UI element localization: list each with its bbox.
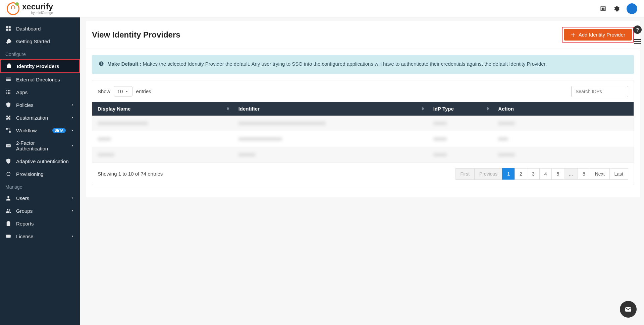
chevron-right-icon <box>70 103 74 107</box>
svg-rect-28 <box>6 236 11 237</box>
sidebar-item-reports[interactable]: Reports <box>0 217 80 230</box>
sidebar-item-external-directories[interactable]: External Directories <box>0 73 80 86</box>
page-last[interactable]: Last <box>609 168 628 180</box>
svg-rect-25 <box>7 221 10 226</box>
shield-icon <box>5 102 11 108</box>
docs-icon[interactable] <box>600 5 606 12</box>
sidebar-item-2fa[interactable]: 123 2-Factor Authentication <box>0 137 80 155</box>
sidebar-item-provisioning[interactable]: Provisioning <box>0 168 80 180</box>
logo-icon <box>7 2 19 15</box>
sidebar-item-label: Provisioning <box>16 171 74 177</box>
hamburger-icon <box>634 39 641 44</box>
sidebar-item-users[interactable]: Users <box>0 192 80 204</box>
svg-rect-7 <box>6 79 11 80</box>
page-first[interactable]: First <box>455 168 475 180</box>
sidebar-item-label: Apps <box>16 89 74 95</box>
add-button-label: Add Identity Provider <box>579 32 625 38</box>
page-5[interactable]: 5 <box>551 168 564 180</box>
sidebar-item-identity-providers[interactable]: Identity Providers <box>0 59 80 73</box>
id-badge-icon <box>6 63 12 69</box>
svg-text:i: i <box>101 62 102 65</box>
pagination: First Previous 1 2 3 4 5 ... 8 Next Last <box>456 168 628 180</box>
chevron-right-icon <box>70 144 74 148</box>
sidebar-item-customization[interactable]: Customization <box>0 111 80 124</box>
svg-point-11 <box>9 90 10 91</box>
add-button-highlight: Add Identity Provider <box>562 27 634 43</box>
chat-button[interactable] <box>620 301 637 318</box>
entries-control: Show 10 entries <box>98 86 151 96</box>
sidebar-item-adaptive-auth[interactable]: Adaptive Authentication <box>0 155 80 168</box>
side-menu-toggle[interactable] <box>634 39 641 46</box>
puzzle-icon <box>5 115 11 121</box>
svg-text:123: 123 <box>7 145 10 147</box>
sidebar-item-workflow[interactable]: Workflow BETA <box>0 124 80 137</box>
sidebar-item-label: Getting Started <box>16 39 74 44</box>
page-1[interactable]: 1 <box>502 168 515 180</box>
user-icon <box>5 195 11 201</box>
col-display-name[interactable]: Display Name▲▼ <box>92 102 233 116</box>
sidebar-item-label: Dashboard <box>16 26 74 31</box>
brand-logo[interactable]: xecurify by miniOrange <box>7 2 53 15</box>
svg-rect-2 <box>6 29 8 31</box>
svg-point-24 <box>9 209 10 211</box>
beta-badge: BETA <box>52 128 66 133</box>
svg-point-14 <box>9 92 10 93</box>
sidebar-item-policies[interactable]: Policies <box>0 99 80 111</box>
svg-point-13 <box>8 92 9 93</box>
chevron-right-icon <box>70 234 74 238</box>
page-title: View Identity Providers <box>92 30 180 40</box>
sidebar-section-configure: Configure <box>0 48 80 59</box>
svg-point-17 <box>9 93 10 94</box>
sidebar-item-label: Groups <box>16 208 66 214</box>
sidebar-item-label: Identity Providers <box>17 63 74 69</box>
svg-rect-18 <box>6 128 8 130</box>
sidebar-item-groups[interactable]: Groups <box>0 204 80 217</box>
search-input[interactable] <box>571 86 628 97</box>
gear-icon[interactable] <box>613 5 620 12</box>
svg-point-9 <box>6 90 7 91</box>
col-idp-type[interactable]: IdP Type▲▼ <box>428 102 493 116</box>
help-button[interactable]: ? <box>633 25 642 34</box>
sidebar-item-apps[interactable]: Apps <box>0 86 80 99</box>
svg-rect-32 <box>634 41 641 42</box>
svg-rect-33 <box>634 43 641 44</box>
svg-rect-4 <box>7 65 11 68</box>
page-next[interactable]: Next <box>590 168 610 180</box>
page-8[interactable]: 8 <box>578 168 590 180</box>
svg-rect-31 <box>634 39 641 40</box>
add-identity-provider-button[interactable]: Add Identity Provider <box>564 29 632 41</box>
sidebar-item-label: Policies <box>16 102 66 108</box>
grid-icon <box>5 25 11 31</box>
sidebar-item-label: Workflow <box>16 128 48 133</box>
table-row <box>92 131 634 147</box>
svg-rect-5 <box>8 64 10 65</box>
entries-select[interactable]: 10 <box>114 86 133 96</box>
sidebar-item-dashboard[interactable]: Dashboard <box>0 22 80 35</box>
page-previous[interactable]: Previous <box>474 168 502 180</box>
svg-point-10 <box>8 90 9 91</box>
table-card: Show 10 entries Display Name▲▼ Identifie <box>92 80 634 185</box>
svg-rect-6 <box>6 78 11 78</box>
page-4[interactable]: 4 <box>539 168 552 180</box>
svg-point-22 <box>7 196 9 198</box>
col-identifier[interactable]: Identifier▲▼ <box>233 102 428 116</box>
sidebar-item-license[interactable]: License <box>0 230 80 243</box>
table-row <box>92 147 634 162</box>
sync-icon <box>5 171 11 177</box>
page-2[interactable]: 2 <box>515 168 527 180</box>
sidebar-section-manage: Manage <box>0 180 80 192</box>
avatar[interactable] <box>627 3 637 14</box>
sidebar: Dashboard Getting Started Configure Iden… <box>0 17 80 325</box>
svg-point-15 <box>6 93 7 94</box>
sidebar-item-label: Adaptive Authentication <box>16 158 74 164</box>
showing-text: Showing 1 to 10 of 74 entries <box>98 171 163 177</box>
sidebar-item-label: 2-Factor Authentication <box>16 140 66 151</box>
page-3[interactable]: 3 <box>527 168 540 180</box>
sidebar-item-getting-started[interactable]: Getting Started <box>0 35 80 48</box>
svg-point-23 <box>7 209 9 211</box>
chevron-down-icon <box>125 89 129 93</box>
table-row <box>92 116 634 131</box>
chevron-right-icon <box>70 209 74 213</box>
sidebar-item-label: License <box>16 234 66 239</box>
svg-point-16 <box>8 93 9 94</box>
